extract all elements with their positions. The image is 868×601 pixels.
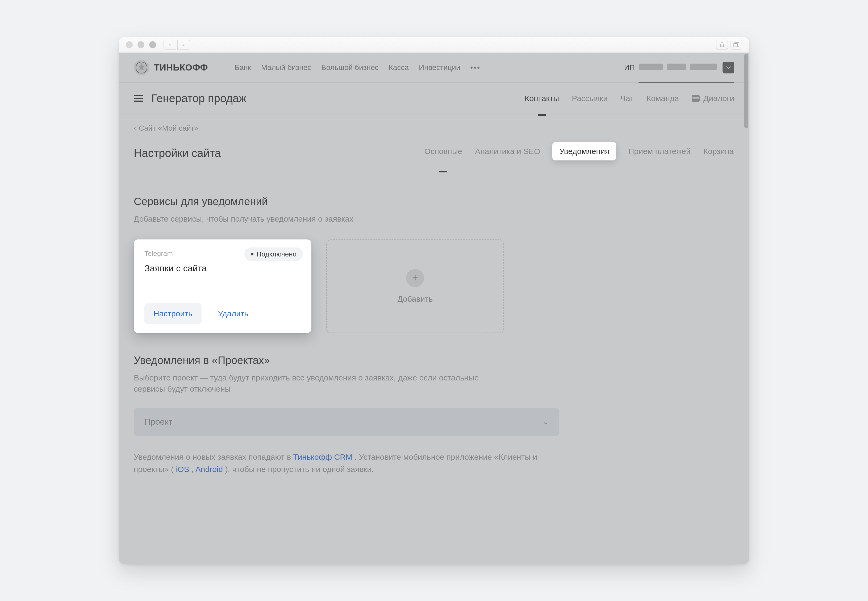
section-notification-services: Сервисы для уведомлений Добавьте сервисы… [134,195,734,333]
add-card-label: Добавить [397,294,433,304]
top-nav: Банк Малый бизнес Большой бизнес Касса И… [235,63,481,72]
service-card-telegram: Telegram Подключено Заявки с сайта Настр… [134,239,311,333]
footnote-text: ), чтобы не пропустить ни одной заявки. [225,465,374,474]
link-android[interactable]: Android [195,465,223,474]
nav-arrows: ‹ › [163,40,190,50]
footnote: Уведомления о новых заявках попадают в Т… [134,451,559,476]
logo[interactable]: ТИНЬКОФФ [134,60,208,75]
section-heading: Уведомления в «Проектах» [134,354,734,366]
redacted-text [639,64,663,70]
scrollbar[interactable] [744,54,748,128]
chat-icon [692,95,700,102]
link-ios[interactable]: iOS [176,465,189,474]
plus-icon: + [406,269,424,287]
nav-more-icon[interactable]: ••• [471,63,481,72]
section-heading: Сервисы для уведомлений [134,195,734,207]
settings-tab-cart[interactable]: Корзина [703,147,734,156]
project-select[interactable]: Проект ⌄ [134,408,559,436]
tab-team[interactable]: Команда [646,94,679,103]
settings-tab-notifications[interactable]: Уведомления [552,142,616,160]
chevron-left-icon: ‹ [134,124,136,132]
settings-tab-analytics[interactable]: Аналитика и SEO [474,147,541,156]
tab-chat[interactable]: Чат [620,94,634,103]
configure-button[interactable]: Настроить [145,303,202,324]
link-tinkoff-crm[interactable]: Тинькофф CRM [293,453,352,461]
hamburger-icon[interactable] [134,95,143,102]
nav-small-business[interactable]: Малый бизнес [261,63,311,72]
tab-dialogs-label: Диалоги [704,94,734,103]
main-tabs: Контакты Рассылки Чат Команда Диалоги [525,94,734,103]
page-content: ТИНЬКОФФ Банк Малый бизнес Большой бизне… [119,53,749,564]
logo-mark-icon [134,60,149,75]
account-underline [638,82,734,83]
app-window: ‹ › ТИНЬКОФФ Банк Малый бизнес [119,37,749,564]
redacted-text [690,64,717,70]
tab-dialogs[interactable]: Диалоги [692,94,734,103]
delete-button[interactable]: Удалить [209,303,258,324]
maximize-window-icon[interactable] [149,41,156,48]
section-projects-notifications: Уведомления в «Проектах» Выберите проект… [134,354,734,476]
share-icon[interactable] [716,40,728,50]
divider [134,174,734,174]
tab-contacts[interactable]: Контакты [525,94,559,103]
close-window-icon[interactable] [126,41,133,48]
service-card-title: Заявки с сайта [145,263,301,273]
back-button[interactable]: ‹ [163,40,176,50]
status-text: Подключено [257,250,297,258]
section-description: Выберите проект — туда будут приходить в… [134,372,480,395]
add-service-card[interactable]: + Добавить [326,239,504,333]
settings-tab-payments[interactable]: Прием платежей [628,147,691,156]
account-dropdown-icon[interactable] [723,62,734,73]
section-header: Генератор продаж Контакты Рассылки Чат К… [119,83,749,114]
account-prefix: ИП [624,63,635,72]
footnote-text: , [192,465,195,474]
page-title: Генератор продаж [151,92,246,105]
account-area[interactable]: ИП [624,62,734,73]
settings-tab-basic[interactable]: Основные [424,147,463,156]
redacted-text [667,64,686,70]
account-name: ИП [624,63,717,72]
nav-investments[interactable]: Инвестиции [419,63,460,72]
nav-bank[interactable]: Банк [235,63,251,72]
tab-mailings[interactable]: Рассылки [572,94,608,103]
svg-rect-0 [734,43,737,47]
project-select-placeholder: Проект [145,417,172,427]
status-badge: Подключено [244,247,303,261]
forward-button[interactable]: › [177,40,190,50]
section-description: Добавьте сервисы, чтобы получать уведомл… [134,214,480,224]
status-dot-icon [251,253,253,255]
nav-kassa[interactable]: Касса [389,63,409,72]
logo-text: ТИНЬКОФФ [154,62,208,73]
footnote-text: Уведомления о новых заявках попадают в [134,453,293,461]
nav-big-business[interactable]: Большой бизнес [321,63,378,72]
minimize-window-icon[interactable] [137,41,145,48]
settings-title: Настройки сайта [134,147,221,160]
settings-tabs: Основные Аналитика и SEO Уведомления При… [424,147,734,156]
breadcrumb[interactable]: ‹ Сайт «Мой сайт» [134,124,734,133]
global-header: ТИНЬКОФФ Банк Малый бизнес Большой бизне… [119,53,749,82]
breadcrumb-label: Сайт «Мой сайт» [139,124,198,133]
tabs-icon[interactable] [731,40,742,50]
chevron-down-icon: ⌄ [542,418,548,426]
traffic-lights [126,41,156,48]
window-titlebar: ‹ › [119,37,749,53]
